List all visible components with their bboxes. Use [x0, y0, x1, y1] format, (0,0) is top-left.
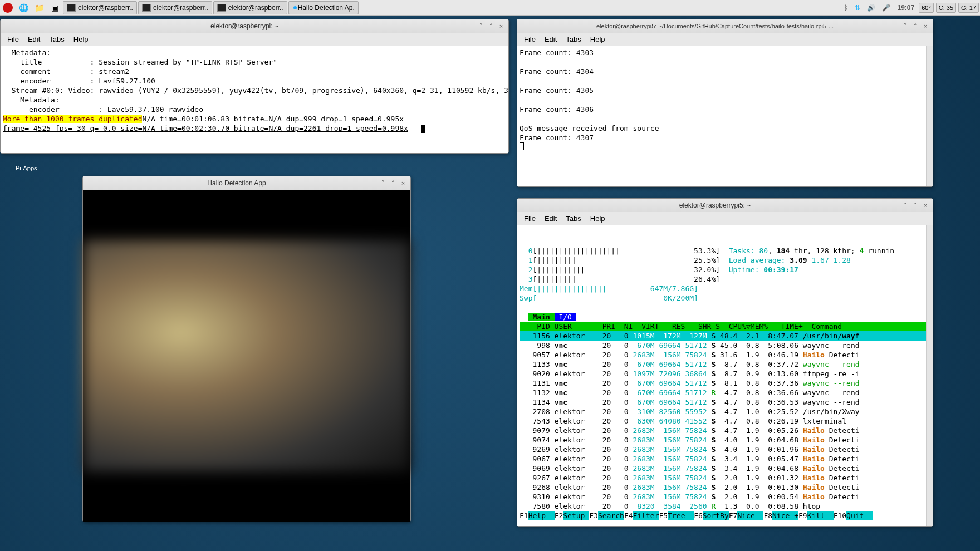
cursor: [520, 142, 524, 150]
clock[interactable]: 19:07: [894, 4, 918, 12]
output-line: Frame count: 4305: [520, 86, 594, 95]
terminal-icon: [142, 4, 151, 12]
taskbar-item-label: elektor@raspberr..: [78, 4, 133, 12]
bluetooth-icon[interactable]: ᛒ: [841, 4, 851, 12]
output-line: frame= 4525 fps= 30 q=-0.0 size=N/A time…: [3, 124, 408, 132]
maximize-button[interactable]: ˄: [487, 22, 495, 30]
taskbar-item-terminal-3[interactable]: elektor@raspberr..: [213, 1, 287, 14]
output-line: Frame count: 4307: [520, 134, 594, 142]
titlebar[interactable]: elektor@raspberrypi: ~ ˅ ˄ ×: [1, 19, 508, 33]
menu-tabs[interactable]: Tabs: [45, 34, 68, 45]
microphone-icon[interactable]: 🎤: [879, 4, 894, 12]
close-button[interactable]: ×: [922, 201, 929, 209]
taskbar-item-label: elektor@raspberr..: [228, 4, 283, 12]
terminal-window-ffmpeg: elektor@raspberrypi: ~ ˅ ˄ × File Edit T…: [0, 19, 509, 154]
htop-output[interactable]: 0[||||||||||||||||||| 53.3%] Tasks: 80, …: [517, 225, 933, 526]
file-manager-icon[interactable]: 📁: [31, 1, 47, 14]
terminal-icon: [217, 4, 226, 12]
taskbar-item-terminal-2[interactable]: elektor@raspberr..: [138, 1, 212, 14]
gpu-usage[interactable]: G: 17: [958, 3, 979, 13]
minimize-button[interactable]: ˅: [901, 22, 909, 30]
output-line: encoder : Lavf59.27.100: [3, 77, 155, 85]
output-line: QoS message received from source: [520, 124, 659, 132]
taskbar-item-hailo-app[interactable]: Hailo Detection Ap.: [288, 1, 359, 14]
desktop-icon-label: Pi-Apps: [16, 165, 37, 171]
menu-help[interactable]: Help: [586, 34, 610, 45]
output-line: Frame count: 4303: [520, 48, 594, 57]
output-line: Metadata:: [3, 48, 51, 57]
menu-help[interactable]: Help: [69, 34, 93, 45]
cpu-usage[interactable]: C: 35: [936, 3, 956, 13]
minimize-button[interactable]: ˅: [477, 22, 485, 30]
minimize-button[interactable]: ˅: [379, 179, 387, 187]
web-browser-icon[interactable]: 🌐: [16, 1, 31, 14]
maximize-button[interactable]: ˄: [912, 201, 919, 209]
terminal-output[interactable]: Metadata: title : Session streamed by "T…: [1, 46, 508, 153]
taskbar-item-terminal-1[interactable]: elektor@raspberr..: [63, 1, 137, 14]
terminal-launcher-icon[interactable]: ▣: [47, 1, 62, 14]
terminal-menubar: File Edit Tabs Help: [517, 33, 933, 46]
desktop-icon-pi-apps[interactable]: Pi-Apps: [16, 165, 37, 171]
output-line: comment : stream2: [3, 67, 129, 76]
hailo-detection-window: Hailo Detection App ˅ ˄ ×: [82, 176, 411, 522]
app-icon: [293, 6, 297, 9]
scrollbar[interactable]: [926, 225, 933, 526]
taskbar-item-label: elektor@raspberr..: [153, 4, 208, 12]
output-line: Frame count: 4306: [520, 105, 594, 114]
close-button[interactable]: ×: [922, 22, 929, 30]
window-title: Hailo Detection App: [95, 179, 378, 187]
output-line: Metadata:: [3, 96, 60, 104]
output-line: Stream #0:0: Video: rawvideo (YUY2 / 0x3…: [3, 86, 508, 95]
output-line: encoder : Lavc59.37.100 rawvideo: [3, 105, 203, 114]
terminal-window-framecount: elektor@raspberrypi5: ~/Documents/GitHub…: [517, 19, 933, 187]
terminal-output[interactable]: Frame count: 4303 Frame count: 4304 Fram…: [517, 46, 933, 186]
output-line: N/A time=00:01:06.83 bitrate=N/A dup=999…: [142, 115, 404, 123]
warning-text: More than 1000 frames duplicated: [3, 115, 142, 123]
cpu-temp[interactable]: 60°: [919, 3, 934, 13]
taskbar: 🌐 📁 ▣ elektor@raspberr.. elektor@raspber…: [0, 0, 980, 16]
menu-tabs[interactable]: Tabs: [561, 34, 585, 45]
detection-frame: [83, 240, 410, 471]
titlebar[interactable]: elektor@raspberrypi5: ~ ˅ ˄ ×: [517, 199, 933, 212]
start-menu-icon[interactable]: [0, 1, 16, 14]
cursor: [421, 125, 425, 133]
menu-edit[interactable]: Edit: [540, 34, 561, 45]
menu-tabs[interactable]: Tabs: [561, 213, 585, 224]
output-line: title : Session streamed by "TP-LINK RTS…: [3, 58, 277, 66]
menu-edit[interactable]: Edit: [23, 34, 45, 45]
network-icon[interactable]: ⇅: [851, 4, 864, 12]
close-button[interactable]: ×: [497, 22, 505, 30]
maximize-button[interactable]: ˄: [389, 179, 397, 187]
window-title: elektor@raspberrypi: ~: [13, 22, 476, 30]
scrollbar[interactable]: [926, 46, 933, 186]
window-title: elektor@raspberrypi5: ~: [530, 201, 900, 209]
close-button[interactable]: ×: [399, 179, 407, 187]
menu-help[interactable]: Help: [586, 213, 610, 224]
output-line: Frame count: 4304: [520, 67, 594, 76]
terminal-menubar: File Edit Tabs Help: [1, 33, 508, 46]
taskbar-item-label: Hailo Detection Ap.: [298, 4, 355, 12]
titlebar[interactable]: Hailo Detection App ˅ ˄ ×: [83, 176, 410, 190]
terminal-menubar: File Edit Tabs Help: [517, 212, 933, 225]
volume-icon[interactable]: 🔊: [864, 4, 879, 12]
maximize-button[interactable]: ˄: [912, 22, 919, 30]
terminal-icon: [67, 4, 76, 12]
menu-file[interactable]: File: [520, 213, 540, 224]
titlebar[interactable]: elektor@raspberrypi5: ~/Documents/GitHub…: [517, 19, 933, 33]
menu-file[interactable]: File: [520, 34, 540, 45]
menu-edit[interactable]: Edit: [540, 213, 561, 224]
menu-file[interactable]: File: [3, 34, 23, 45]
minimize-button[interactable]: ˅: [901, 201, 909, 209]
video-output: [83, 190, 410, 522]
terminal-window-htop: elektor@raspberrypi5: ~ ˅ ˄ × File Edit …: [517, 198, 933, 527]
window-title: elektor@raspberrypi5: ~/Documents/GitHub…: [530, 23, 900, 29]
